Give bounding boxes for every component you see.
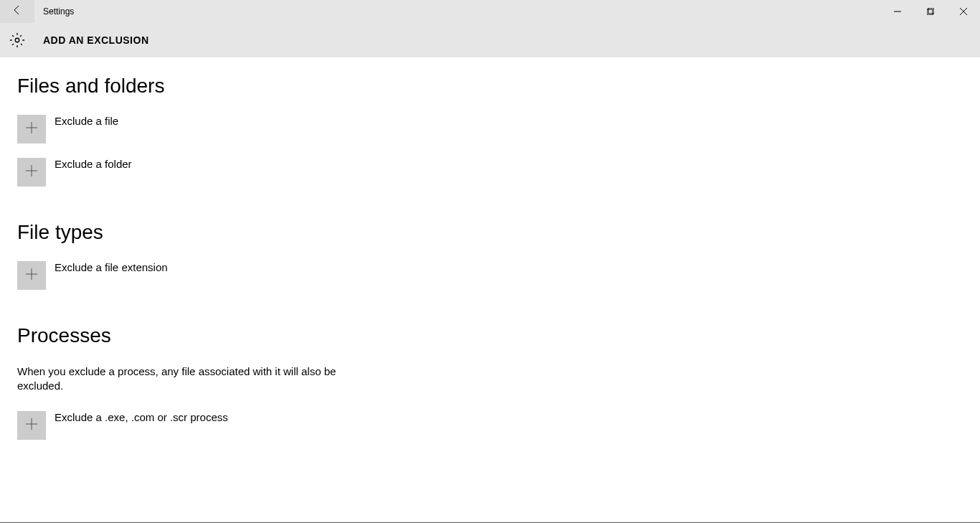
exclude-process-button[interactable]: [17, 411, 46, 440]
minimize-button[interactable]: [881, 0, 914, 23]
files-folders-section: Files and folders Exclude a file Exclude…: [17, 75, 963, 187]
exclude-folder-label: Exclude a folder: [55, 158, 132, 170]
plus-icon: [25, 121, 38, 137]
minimize-icon: [894, 5, 901, 18]
exclude-file-label: Exclude a file: [55, 115, 118, 127]
svg-point-5: [15, 38, 19, 42]
back-arrow-icon: [11, 4, 23, 19]
close-icon: [960, 5, 967, 18]
app-title: Settings: [43, 6, 74, 17]
exclude-folder-button[interactable]: [17, 158, 46, 187]
titlebar: Settings: [0, 0, 980, 23]
page-title: ADD AN EXCLUSION: [43, 34, 149, 46]
page-header: ADD AN EXCLUSION: [0, 23, 980, 57]
exclude-extension-label: Exclude a file extension: [55, 261, 168, 273]
exclude-process-label: Exclude a .exe, .com or .scr process: [55, 411, 228, 423]
files-folders-heading: Files and folders: [17, 75, 963, 98]
exclude-extension-row[interactable]: Exclude a file extension: [17, 261, 963, 290]
exclude-process-row[interactable]: Exclude a .exe, .com or .scr process: [17, 411, 963, 440]
processes-section: Processes When you exclude a process, an…: [17, 324, 963, 440]
window-caption-buttons: [881, 0, 980, 23]
exclude-folder-row[interactable]: Exclude a folder: [17, 158, 963, 187]
close-button[interactable]: [947, 0, 980, 23]
exclude-extension-button[interactable]: [17, 261, 46, 290]
maximize-icon: [927, 5, 934, 18]
exclude-file-button[interactable]: [17, 115, 46, 143]
settings-gear-icon: [9, 32, 26, 49]
content-area: Files and folders Exclude a file Exclude…: [0, 57, 980, 440]
processes-description: When you exclude a process, any file ass…: [17, 364, 340, 394]
plus-icon: [25, 164, 38, 180]
plus-icon: [25, 418, 38, 433]
maximize-button[interactable]: [914, 0, 947, 23]
svg-rect-2: [928, 8, 934, 14]
svg-rect-1: [927, 9, 933, 15]
back-button[interactable]: [0, 0, 34, 23]
exclude-file-row[interactable]: Exclude a file: [17, 115, 963, 143]
plus-icon: [25, 268, 38, 283]
file-types-section: File types Exclude a file extension: [17, 221, 963, 290]
processes-heading: Processes: [17, 324, 963, 347]
file-types-heading: File types: [17, 221, 963, 244]
